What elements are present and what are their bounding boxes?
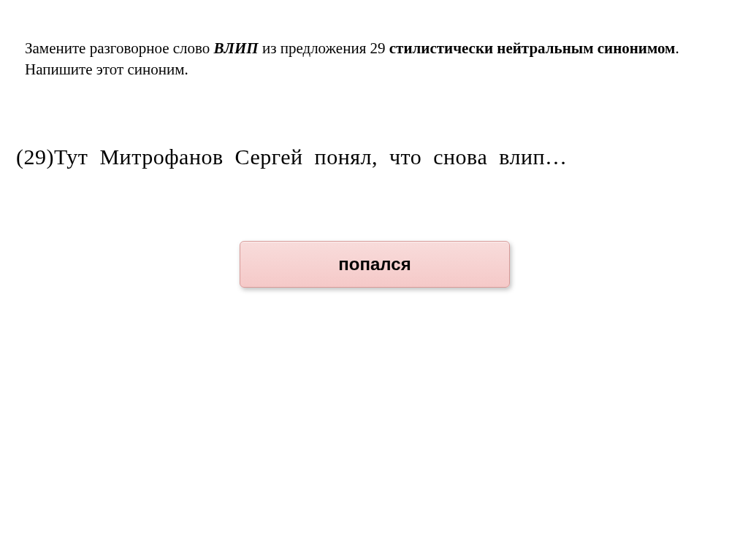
- task-prefix: Замените разговорное слово: [25, 39, 214, 57]
- task-mid: из предложения 29: [259, 39, 389, 57]
- answer-button[interactable]: попался: [240, 241, 510, 288]
- task-keyword: ВЛИП: [214, 39, 259, 57]
- answer-label: попался: [338, 254, 411, 275]
- example-sentence: (29)Тут Митрофанов Сергей понял, что сно…: [16, 142, 732, 171]
- task-prompt: Замените разговорное слово ВЛИП из предл…: [25, 38, 723, 81]
- task-bold-phrase: стилистически нейтральным синонимом: [389, 39, 676, 57]
